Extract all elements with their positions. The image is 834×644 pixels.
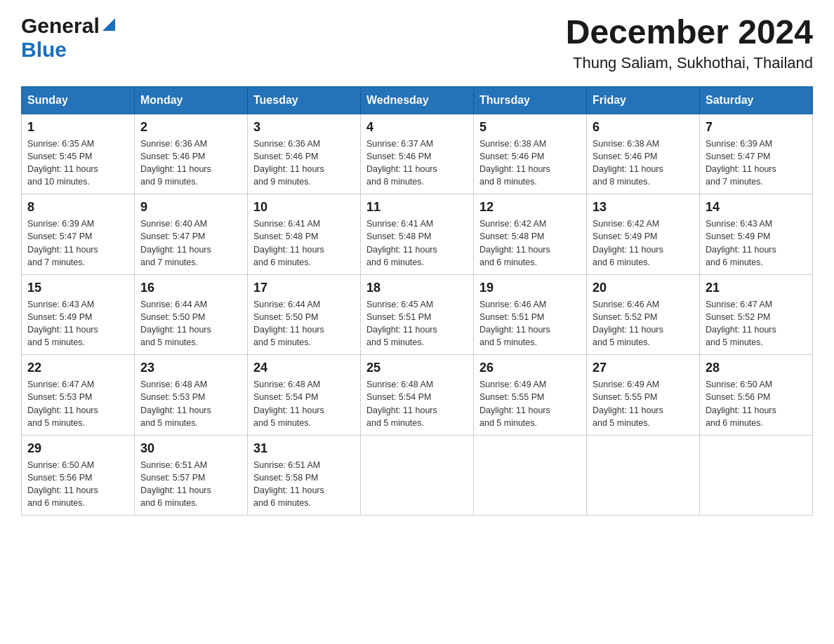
day-number: 27 [593,361,694,375]
day-info: Sunrise: 6:51 AMSunset: 5:58 PMDaylight:… [253,459,355,510]
calendar-table: SundayMondayTuesdayWednesdayThursdayFrid… [21,86,813,516]
calendar-cell: 2Sunrise: 6:36 AMSunset: 5:46 PMDaylight… [135,114,248,194]
day-info: Sunrise: 6:44 AMSunset: 5:50 PMDaylight:… [140,298,241,349]
day-info: Sunrise: 6:44 AMSunset: 5:50 PMDaylight:… [253,298,355,349]
page-header: General Blue December 2024 Thung Saliam,… [21,14,813,72]
day-info: Sunrise: 6:38 AMSunset: 5:46 PMDaylight:… [479,137,581,189]
calendar-cell [700,435,813,516]
day-number: 18 [366,281,468,295]
day-number: 3 [253,120,355,135]
title-section: December 2024 Thung Saliam, Sukhothai, T… [566,14,813,72]
day-number: 11 [366,200,468,215]
main-title: December 2024 [566,14,813,51]
day-number: 13 [593,200,694,215]
day-info: Sunrise: 6:48 AMSunset: 5:53 PMDaylight:… [140,378,241,429]
day-info: Sunrise: 6:49 AMSunset: 5:55 PMDaylight:… [479,378,581,429]
logo-triangle-icon [102,18,115,34]
day-info: Sunrise: 6:37 AMSunset: 5:46 PMDaylight:… [366,137,468,189]
calendar-cell: 12Sunrise: 6:42 AMSunset: 5:48 PMDayligh… [474,194,587,275]
subtitle: Thung Saliam, Sukhothai, Thailand [566,54,813,72]
calendar-cell: 21Sunrise: 6:47 AMSunset: 5:52 PMDayligh… [700,274,813,355]
week-row-3: 15Sunrise: 6:43 AMSunset: 5:49 PMDayligh… [22,274,813,355]
day-info: Sunrise: 6:50 AMSunset: 5:56 PMDaylight:… [706,378,807,429]
weekday-header-thursday: Thursday [474,86,587,114]
day-number: 9 [140,200,241,215]
week-row-5: 29Sunrise: 6:50 AMSunset: 5:56 PMDayligh… [22,435,813,516]
day-number: 2 [140,120,241,135]
day-number: 25 [366,361,468,375]
day-number: 26 [479,361,581,375]
calendar-cell: 11Sunrise: 6:41 AMSunset: 5:48 PMDayligh… [361,194,474,275]
day-number: 30 [140,441,241,456]
weekday-header-row: SundayMondayTuesdayWednesdayThursdayFrid… [22,86,813,114]
logo-blue-text: Blue [21,38,67,61]
calendar-cell: 25Sunrise: 6:48 AMSunset: 5:54 PMDayligh… [361,355,474,436]
day-info: Sunrise: 6:42 AMSunset: 5:48 PMDaylight:… [479,217,581,269]
logo-general-text: General [21,14,100,38]
day-number: 14 [706,200,807,215]
day-info: Sunrise: 6:49 AMSunset: 5:55 PMDaylight:… [593,378,694,429]
calendar-cell: 20Sunrise: 6:46 AMSunset: 5:52 PMDayligh… [587,274,700,355]
day-info: Sunrise: 6:46 AMSunset: 5:51 PMDaylight:… [479,298,581,349]
day-info: Sunrise: 6:43 AMSunset: 5:49 PMDaylight:… [706,217,807,269]
calendar-cell: 3Sunrise: 6:36 AMSunset: 5:46 PMDaylight… [248,114,361,194]
weekday-header-friday: Friday [587,86,700,114]
calendar-cell [361,435,474,516]
day-number: 12 [479,200,581,215]
day-info: Sunrise: 6:40 AMSunset: 5:47 PMDaylight:… [140,217,241,269]
day-number: 10 [253,200,355,215]
calendar-cell: 28Sunrise: 6:50 AMSunset: 5:56 PMDayligh… [700,355,813,436]
calendar-cell [474,435,587,516]
day-number: 21 [706,281,807,295]
day-info: Sunrise: 6:50 AMSunset: 5:56 PMDaylight:… [27,459,128,510]
calendar-cell: 14Sunrise: 6:43 AMSunset: 5:49 PMDayligh… [700,194,813,275]
calendar-cell: 15Sunrise: 6:43 AMSunset: 5:49 PMDayligh… [22,274,135,355]
day-number: 24 [253,361,355,375]
calendar-cell: 31Sunrise: 6:51 AMSunset: 5:58 PMDayligh… [248,435,361,516]
day-info: Sunrise: 6:36 AMSunset: 5:46 PMDaylight:… [140,137,241,189]
calendar-cell: 7Sunrise: 6:39 AMSunset: 5:47 PMDaylight… [700,114,813,194]
day-info: Sunrise: 6:38 AMSunset: 5:46 PMDaylight:… [593,137,694,189]
day-number: 7 [706,120,807,135]
day-number: 15 [27,281,128,295]
day-info: Sunrise: 6:47 AMSunset: 5:53 PMDaylight:… [27,378,128,429]
day-number: 6 [593,120,694,135]
day-number: 4 [366,120,468,135]
day-info: Sunrise: 6:41 AMSunset: 5:48 PMDaylight:… [366,217,468,269]
calendar-cell [587,435,700,516]
calendar-cell: 9Sunrise: 6:40 AMSunset: 5:47 PMDaylight… [135,194,248,275]
day-info: Sunrise: 6:45 AMSunset: 5:51 PMDaylight:… [366,298,468,349]
day-info: Sunrise: 6:36 AMSunset: 5:46 PMDaylight:… [253,137,355,189]
day-info: Sunrise: 6:47 AMSunset: 5:52 PMDaylight:… [706,298,807,349]
calendar-cell: 8Sunrise: 6:39 AMSunset: 5:47 PMDaylight… [22,194,135,275]
day-number: 17 [253,281,355,295]
calendar-cell: 26Sunrise: 6:49 AMSunset: 5:55 PMDayligh… [474,355,587,436]
day-number: 31 [253,441,355,456]
weekday-header-sunday: Sunday [22,86,135,114]
day-info: Sunrise: 6:51 AMSunset: 5:57 PMDaylight:… [140,459,241,510]
weekday-header-wednesday: Wednesday [361,86,474,114]
day-info: Sunrise: 6:39 AMSunset: 5:47 PMDaylight:… [27,217,128,269]
day-number: 22 [27,361,128,375]
day-info: Sunrise: 6:46 AMSunset: 5:52 PMDaylight:… [593,298,694,349]
calendar-cell: 13Sunrise: 6:42 AMSunset: 5:49 PMDayligh… [587,194,700,275]
weekday-header-tuesday: Tuesday [248,86,361,114]
calendar-cell: 6Sunrise: 6:38 AMSunset: 5:46 PMDaylight… [587,114,700,194]
day-info: Sunrise: 6:48 AMSunset: 5:54 PMDaylight:… [366,378,468,429]
calendar-cell: 22Sunrise: 6:47 AMSunset: 5:53 PMDayligh… [22,355,135,436]
calendar-cell: 4Sunrise: 6:37 AMSunset: 5:46 PMDaylight… [361,114,474,194]
calendar-cell: 5Sunrise: 6:38 AMSunset: 5:46 PMDaylight… [474,114,587,194]
day-number: 19 [479,281,581,295]
day-info: Sunrise: 6:35 AMSunset: 5:45 PMDaylight:… [27,137,128,189]
day-number: 1 [27,120,128,135]
calendar-cell: 10Sunrise: 6:41 AMSunset: 5:48 PMDayligh… [248,194,361,275]
calendar-cell: 1Sunrise: 6:35 AMSunset: 5:45 PMDaylight… [22,114,135,194]
calendar-cell: 23Sunrise: 6:48 AMSunset: 5:53 PMDayligh… [135,355,248,436]
day-number: 28 [706,361,807,375]
day-info: Sunrise: 6:42 AMSunset: 5:49 PMDaylight:… [593,217,694,269]
day-info: Sunrise: 6:39 AMSunset: 5:47 PMDaylight:… [706,137,807,189]
day-number: 23 [140,361,241,375]
day-info: Sunrise: 6:43 AMSunset: 5:49 PMDaylight:… [27,298,128,349]
weekday-header-monday: Monday [135,86,248,114]
day-number: 5 [479,120,581,135]
